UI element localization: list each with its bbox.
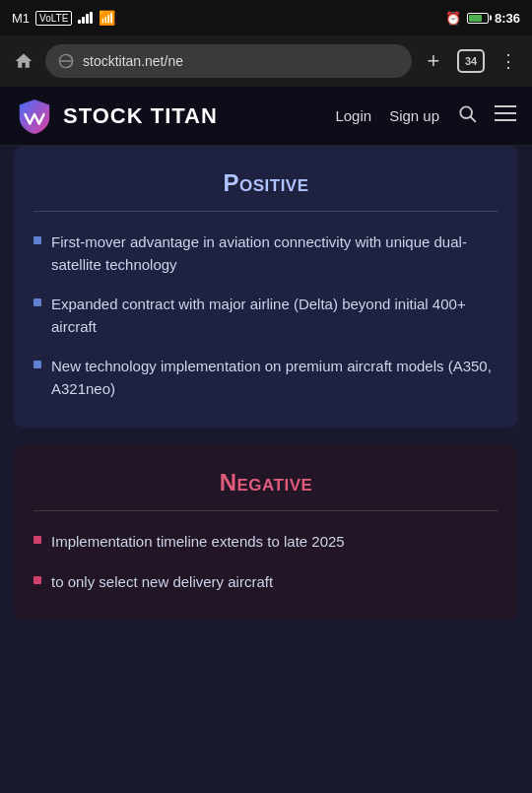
tabs-button[interactable]: 34	[457, 49, 485, 73]
url-text: stocktitan.net/ne	[83, 53, 183, 69]
site-title: STOCK TITAN	[63, 103, 325, 129]
signup-link[interactable]: Sign up	[389, 107, 439, 124]
site-header: STOCK TITAN Login Sign up	[0, 87, 532, 146]
svg-line-2	[471, 117, 476, 122]
hamburger-menu-icon[interactable]	[495, 104, 516, 127]
address-bar[interactable]: stocktitan.net/ne	[45, 44, 412, 78]
browser-bar: stocktitan.net/ne + 34 ⋮	[0, 35, 532, 87]
list-item: Expanded contract with major airline (De…	[33, 294, 499, 338]
status-right: ⏰ 8:36	[445, 11, 520, 26]
bullet-marker-icon	[33, 236, 41, 244]
bullet-marker-icon	[33, 536, 41, 544]
list-item: First-mover advantage in aviation connec…	[33, 231, 499, 276]
positive-divider	[33, 211, 499, 212]
bullet-marker-icon	[33, 298, 41, 306]
new-tab-button[interactable]: +	[420, 47, 447, 75]
header-nav: Login Sign up	[335, 103, 516, 128]
negative-bullet-2: to only select new delivery aircraft	[51, 571, 273, 594]
status-bar: M1 VoLTE 📶 ⏰ 8:36	[0, 0, 532, 35]
status-carrier: M1 VoLTE 📶	[12, 10, 115, 26]
site-icon	[57, 52, 75, 70]
positive-section: Positive First-mover advantage in aviati…	[14, 146, 518, 428]
wifi-icon: 📶	[99, 10, 115, 26]
time-label: 8:36	[495, 11, 520, 26]
positive-bullet-list: First-mover advantage in aviation connec…	[33, 231, 499, 400]
carrier-label: M1	[12, 11, 30, 26]
positive-bullet-2: Expanded contract with major airline (De…	[51, 294, 499, 338]
list-item: to only select new delivery aircraft	[33, 571, 499, 594]
positive-bullet-3: New technology implementation on premium…	[51, 356, 499, 400]
negative-divider	[33, 510, 499, 511]
list-item: New technology implementation on premium…	[33, 356, 499, 400]
browser-menu-button[interactable]: ⋮	[495, 47, 522, 75]
negative-section: Negative Implementation timeline extends…	[14, 445, 518, 621]
volte-label: VoLTE	[35, 11, 72, 26]
bullet-marker-icon	[33, 361, 41, 368]
negative-title: Negative	[33, 469, 499, 496]
browser-actions: + 34 ⋮	[420, 47, 522, 75]
signal-bars-icon	[78, 12, 93, 24]
login-link[interactable]: Login	[335, 107, 371, 124]
home-button[interactable]	[10, 47, 37, 75]
negative-bullet-1: Implementation timeline extends to late …	[51, 531, 345, 554]
search-icon[interactable]	[457, 103, 477, 128]
negative-bullet-list: Implementation timeline extends to late …	[33, 531, 499, 593]
positive-title: Positive	[33, 169, 499, 197]
battery-icon	[467, 13, 489, 24]
positive-bullet-1: First-mover advantage in aviation connec…	[51, 231, 499, 276]
main-content: Positive First-mover advantage in aviati…	[0, 146, 532, 658]
alarm-icon: ⏰	[445, 11, 461, 26]
logo-icon	[16, 98, 53, 135]
list-item: Implementation timeline extends to late …	[33, 531, 499, 554]
bullet-marker-icon	[33, 576, 41, 584]
